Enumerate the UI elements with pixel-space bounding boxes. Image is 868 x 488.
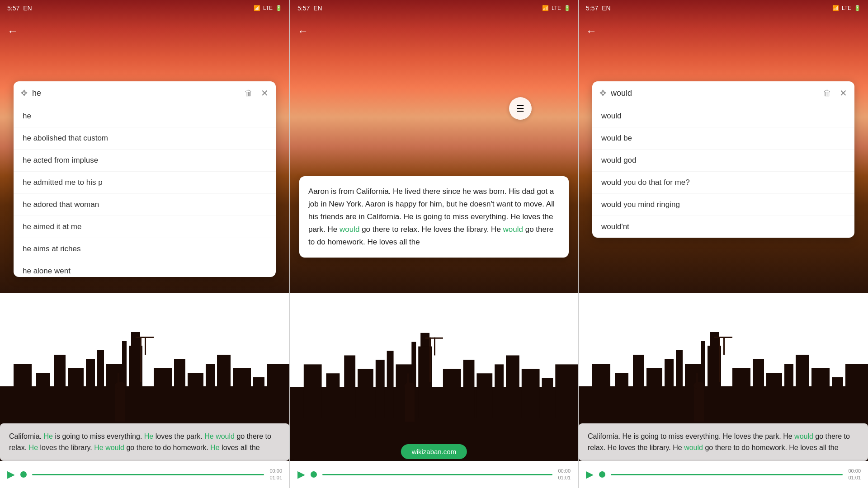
- svg-point-40: [404, 382, 415, 389]
- svg-rect-21: [267, 364, 289, 418]
- highlight-he-6: He: [210, 444, 219, 451]
- svg-rect-20: [253, 377, 264, 418]
- time-middle: 5:57: [297, 5, 310, 12]
- svg-rect-16: [188, 373, 203, 418]
- svg-point-23: [115, 382, 126, 389]
- svg-rect-28: [344, 356, 355, 418]
- play-button-middle[interactable]: ▶: [297, 469, 305, 480]
- svg-rect-24: [118, 373, 119, 386]
- result-right-1[interactable]: would be: [592, 127, 854, 150]
- locale-middle: EN: [313, 5, 322, 12]
- player-bar-left: ▶ 00:00 01:01: [0, 461, 289, 488]
- svg-rect-41: [407, 373, 409, 387]
- result-right-2[interactable]: would god: [592, 150, 854, 172]
- play-button-left[interactable]: ▶: [7, 469, 15, 480]
- close-icon-left[interactable]: ✕: [261, 88, 269, 99]
- locale-right: EN: [602, 5, 610, 12]
- delete-icon-right[interactable]: 🗑: [823, 89, 831, 98]
- time-total-left: 01:01: [269, 474, 282, 481]
- middle-panel: 5:57 EN 📶 LTE 🔋 ← Moving to New York انت…: [289, 0, 579, 488]
- svg-rect-45: [495, 364, 504, 418]
- highlight-would-right-2: would: [684, 444, 703, 451]
- back-button-right[interactable]: ←: [586, 25, 597, 38]
- svg-rect-74: [845, 364, 868, 418]
- result-right-4[interactable]: would you mind ringing: [592, 194, 854, 216]
- time-total-middle: 01:01: [558, 474, 571, 481]
- svg-point-65: [693, 382, 704, 389]
- back-button-left[interactable]: ←: [7, 25, 18, 38]
- player-time-right: 00:00 01:01: [848, 468, 861, 482]
- svg-rect-55: [665, 359, 674, 418]
- player-dot-right: [599, 471, 605, 478]
- svg-rect-69: [766, 373, 782, 418]
- player-progress-middle[interactable]: [322, 474, 552, 475]
- svg-rect-42: [443, 369, 461, 418]
- player-bar-right: ▶ 00:00 01:01: [579, 461, 868, 488]
- highlight-he-2: He: [144, 432, 153, 440]
- time-left: 5:57: [7, 5, 19, 12]
- result-left-3[interactable]: he admitted me to his p: [14, 172, 276, 194]
- text-content-right: California. He is going to miss everythi…: [579, 423, 868, 461]
- menu-icon: ☰: [516, 103, 524, 114]
- signal-label-left: LTE: [263, 5, 273, 11]
- svg-rect-1: [14, 364, 32, 418]
- move-icon-left: ✥: [21, 88, 28, 98]
- result-right-3[interactable]: would you do that for me?: [592, 172, 854, 194]
- menu-fab[interactable]: ☰: [509, 97, 532, 120]
- svg-rect-13: [145, 337, 146, 355]
- svg-rect-48: [542, 378, 553, 418]
- highlight-he-1: He: [43, 432, 52, 440]
- delete-icon-left[interactable]: 🗑: [245, 89, 253, 98]
- svg-rect-72: [811, 368, 830, 418]
- result-left-5[interactable]: he aimed it at me: [14, 216, 276, 238]
- highlight-would-1: would: [216, 432, 235, 440]
- time-elapsed-right: 00:00: [848, 468, 861, 474]
- result-right-0[interactable]: would: [592, 105, 854, 127]
- highlight-he-4: He: [29, 444, 38, 451]
- result-right-5[interactable]: would'nt: [592, 216, 854, 238]
- search-results-right: would would be would god would you do th…: [592, 105, 854, 238]
- text-content-left: California. He is going to miss everythi…: [0, 423, 289, 461]
- result-left-7[interactable]: he alone went: [14, 260, 276, 277]
- result-left-6[interactable]: he aims at riches: [14, 238, 276, 260]
- story-card: Aaron is from California. He lived there…: [299, 176, 569, 258]
- svg-rect-64: [694, 385, 704, 422]
- signal-label-middle: LTE: [552, 5, 561, 11]
- result-left-1[interactable]: he abolished that custom: [14, 127, 276, 150]
- svg-rect-4: [68, 368, 84, 418]
- svg-rect-44: [476, 373, 492, 418]
- highlight-would-2: would: [105, 444, 124, 451]
- time-right: 5:57: [586, 5, 598, 12]
- time-total-right: 01:01: [848, 474, 861, 481]
- status-bar-left: 5:57 EN 📶 LTE 🔋: [0, 0, 289, 16]
- highlight-would-story: would: [340, 225, 359, 234]
- svg-rect-56: [676, 350, 683, 418]
- close-icon-right[interactable]: ✕: [840, 88, 847, 99]
- result-left-4[interactable]: he adored that woman: [14, 194, 276, 216]
- svg-rect-3: [54, 355, 66, 418]
- search-query-right[interactable]: would: [611, 89, 819, 98]
- signal-icon-right: 📶: [832, 5, 839, 11]
- svg-rect-39: [405, 386, 415, 422]
- svg-rect-26: [304, 364, 322, 418]
- svg-rect-6: [97, 350, 104, 418]
- player-progress-right[interactable]: [611, 474, 843, 475]
- play-button-right[interactable]: ▶: [586, 469, 594, 480]
- svg-rect-71: [796, 355, 809, 418]
- result-left-2[interactable]: he acted from impluse: [14, 150, 276, 172]
- svg-rect-29: [358, 369, 373, 418]
- svg-rect-22: [115, 385, 125, 422]
- svg-rect-63: [723, 337, 725, 355]
- time-elapsed-middle: 00:00: [558, 468, 571, 474]
- result-left-0[interactable]: he: [14, 105, 276, 127]
- svg-rect-17: [206, 364, 215, 418]
- search-query-left[interactable]: he: [32, 89, 240, 98]
- svg-rect-67: [732, 368, 750, 418]
- svg-rect-19: [233, 368, 251, 418]
- svg-rect-11: [140, 337, 142, 382]
- player-progress-left[interactable]: [32, 474, 264, 475]
- svg-rect-27: [326, 373, 340, 418]
- player-dot-left: [20, 471, 27, 478]
- back-button-middle[interactable]: ←: [297, 25, 308, 38]
- search-panel-right: ✥ would 🗑 ✕ would would be would god wou…: [592, 81, 854, 238]
